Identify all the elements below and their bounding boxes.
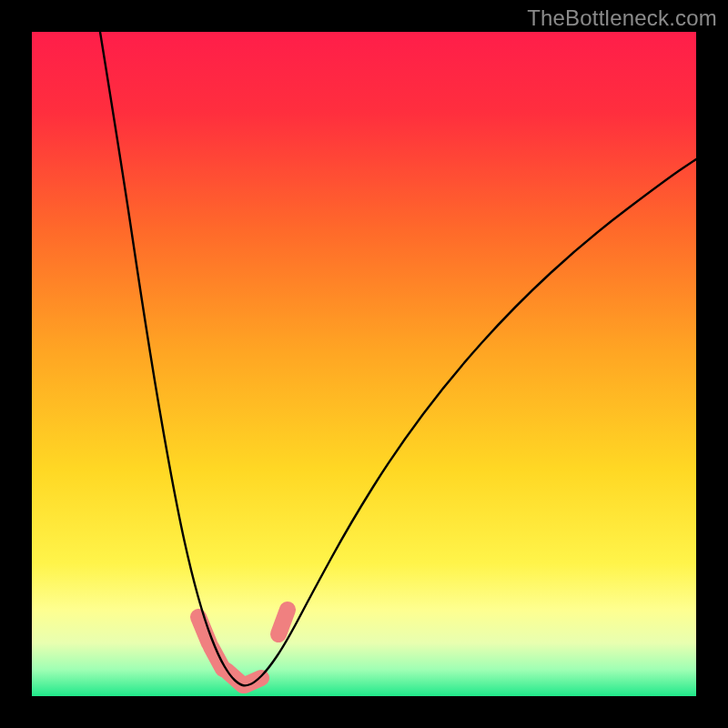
chart-marker xyxy=(278,610,288,634)
chart-frame: TheBottleneck.com xyxy=(0,0,728,728)
svg-rect-0 xyxy=(32,32,696,696)
plot-area xyxy=(32,32,696,696)
watermark-text: TheBottleneck.com xyxy=(527,5,717,31)
bottleneck-chart xyxy=(32,32,696,696)
